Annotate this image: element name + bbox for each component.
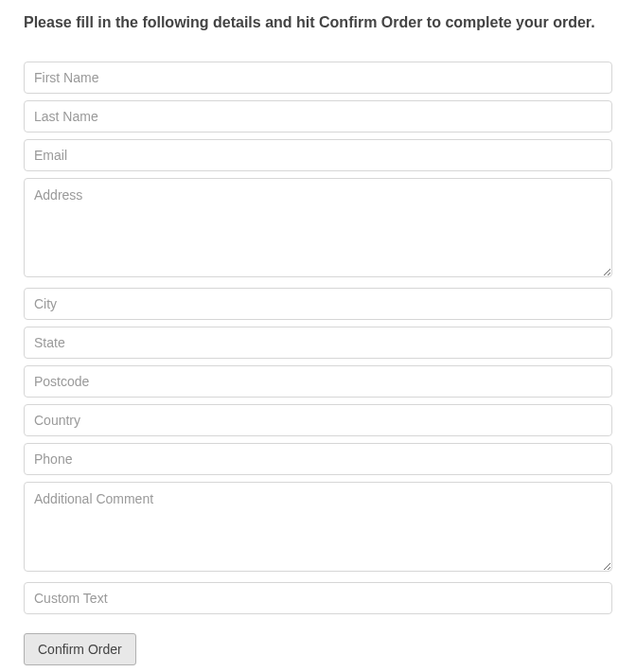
custom-text-input[interactable] <box>24 582 612 614</box>
additional-comment-textarea[interactable] <box>24 482 612 572</box>
additional-comment-field-wrapper <box>24 482 612 575</box>
city-field-wrapper <box>24 288 612 320</box>
last-name-field-wrapper <box>24 100 612 133</box>
confirm-order-button[interactable]: Confirm Order <box>24 633 136 665</box>
state-field-wrapper <box>24 327 612 359</box>
email-input[interactable] <box>24 139 612 171</box>
address-textarea[interactable] <box>24 178 612 277</box>
city-input[interactable] <box>24 288 612 320</box>
order-form: Confirm Order <box>24 62 612 665</box>
email-field-wrapper <box>24 139 612 171</box>
last-name-input[interactable] <box>24 100 612 133</box>
country-field-wrapper <box>24 404 612 436</box>
state-input[interactable] <box>24 327 612 359</box>
postcode-input[interactable] <box>24 365 612 398</box>
phone-input[interactable] <box>24 443 612 475</box>
first-name-field-wrapper <box>24 62 612 94</box>
custom-text-field-wrapper <box>24 582 612 614</box>
first-name-input[interactable] <box>24 62 612 94</box>
postcode-field-wrapper <box>24 365 612 398</box>
phone-field-wrapper <box>24 443 612 475</box>
country-input[interactable] <box>24 404 612 436</box>
address-field-wrapper <box>24 178 612 281</box>
form-instruction: Please fill in the following details and… <box>24 9 612 35</box>
submit-row: Confirm Order <box>24 633 612 665</box>
